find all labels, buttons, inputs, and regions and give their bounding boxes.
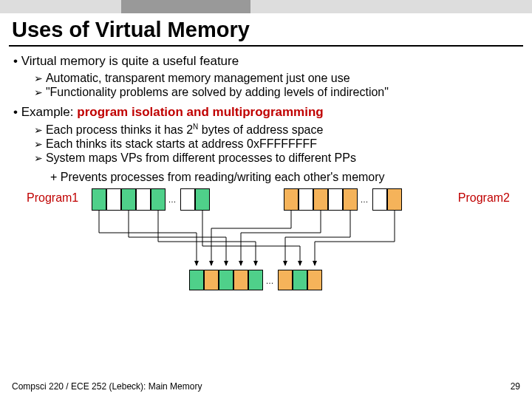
footer-page-number: 29 <box>511 381 520 392</box>
slide-footer: Compsci 220 / ECE 252 (Lebeck): Main Mem… <box>12 381 520 392</box>
bullet-1-2: "Functionality problems are solved by ad… <box>34 86 519 99</box>
bullet-2-2: Each thinks its stack starts at address … <box>34 137 519 151</box>
physical-memory-strip: … <box>189 270 322 292</box>
ellipsis-icon: … <box>263 270 278 292</box>
ellipsis-icon: … <box>358 188 372 211</box>
bullet-2-3: System maps VPs from different processes… <box>34 151 519 165</box>
program2-strip: … <box>284 188 402 211</box>
bullet-1-1: Automatic, transparent memory management… <box>34 72 519 85</box>
diagram: Program1 Program2 … … … <box>13 188 519 314</box>
decorative-top-bar <box>0 0 532 13</box>
program2-label: Program2 <box>458 191 510 205</box>
bullet-2-emph: program isolation and multiprogramming <box>77 105 323 119</box>
program1-strip: … <box>92 188 210 211</box>
bullet-2: Example: program isolation and multiprog… <box>13 105 519 120</box>
bullet-2-1: Each process thinks it has 2N bytes of a… <box>34 123 519 137</box>
ellipsis-icon: … <box>166 188 180 211</box>
footer-left: Compsci 220 / ECE 252 (Lebeck): Main Mem… <box>12 381 202 392</box>
bullet-2-3-1: Prevents processes from reading/writing … <box>50 171 519 184</box>
bullet-1: Virtual memory is quite a useful feature <box>13 54 519 69</box>
program1-label: Program1 <box>27 191 78 205</box>
bullet-2-pre: Example: <box>21 105 78 119</box>
slide-title: Uses of Virtual Memory <box>0 13 532 44</box>
title-rule <box>9 45 523 47</box>
slide-body: Virtual memory is quite a useful feature… <box>0 54 532 314</box>
